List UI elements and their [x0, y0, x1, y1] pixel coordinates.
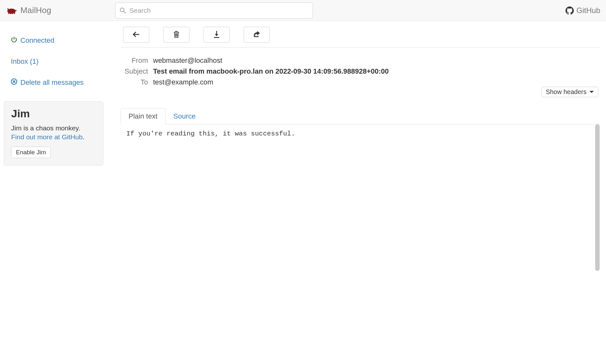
from-label: From — [121, 56, 148, 65]
main: From webmaster@localhost Subject Test em… — [118, 21, 606, 271]
navbar: MailHog GitHub — [0, 0, 606, 21]
svg-rect-2 — [10, 12, 11, 14]
share-icon — [253, 31, 260, 39]
svg-point-5 — [120, 8, 124, 12]
delete-button[interactable] — [163, 27, 189, 43]
arrow-left-icon — [133, 31, 140, 39]
download-button[interactable] — [203, 27, 230, 43]
svg-rect-4 — [14, 12, 15, 14]
subject-value: Test email from macbook-pro.lan on 2022-… — [153, 67, 389, 76]
enable-jim-button[interactable]: Enable Jim — [11, 147, 51, 158]
subject-label: Subject — [121, 67, 148, 76]
sidebar: Connected Inbox (1) Delete all messages … — [0, 21, 118, 271]
svg-line-6 — [124, 11, 126, 13]
power-icon — [11, 36, 17, 45]
inbox-label: Inbox (1) — [11, 57, 39, 65]
message-headers: From webmaster@localhost Subject Test em… — [121, 47, 600, 91]
message-tabs: Plain text Source — [121, 108, 600, 124]
jim-link-line: Find out more at GitHub. — [11, 133, 96, 141]
jim-link-suffix: . — [83, 133, 85, 141]
brand[interactable]: MailHog — [6, 5, 51, 15]
jim-title: Jim — [11, 107, 96, 120]
header-row-subject: Subject Test email from macbook-pro.lan … — [121, 66, 600, 77]
github-icon — [565, 6, 574, 15]
tab-source[interactable]: Source — [166, 108, 204, 124]
github-link[interactable]: GitHub — [565, 6, 600, 15]
release-button[interactable] — [244, 27, 270, 43]
show-headers-label: Show headers — [546, 88, 587, 96]
delete-circle-icon — [11, 78, 17, 87]
search-wrap — [115, 3, 313, 18]
content-wrap: Connected Inbox (1) Delete all messages … — [0, 21, 606, 271]
chevron-down-icon — [589, 88, 594, 96]
back-button[interactable] — [123, 27, 149, 43]
connection-label: Connected — [20, 36, 54, 45]
show-headers-button[interactable]: Show headers — [542, 87, 598, 97]
delete-all-label: Delete all messages — [20, 78, 84, 87]
header-row-to: To test@example.com — [121, 77, 600, 88]
from-value: webmaster@localhost — [153, 56, 222, 65]
github-label: GitHub — [576, 6, 600, 15]
pig-icon — [6, 7, 17, 14]
jim-panel: Jim Jim is a chaos monkey. Find out more… — [4, 101, 103, 165]
to-label: To — [121, 78, 148, 86]
message-toolbar — [121, 24, 600, 47]
svg-rect-3 — [12, 12, 13, 14]
message-body-text: If you're reading this, it was successfu… — [126, 130, 597, 137]
sidebar-item-inbox[interactable]: Inbox (1) — [11, 57, 112, 66]
scrollbar-thumb[interactable] — [595, 124, 600, 271]
to-value: test@example.com — [153, 78, 213, 86]
jim-desc: Jim is a chaos monkey. — [11, 124, 96, 132]
tab-plain-text[interactable]: Plain text — [121, 108, 166, 124]
svg-rect-1 — [8, 12, 9, 14]
sidebar-item-delete-all[interactable]: Delete all messages — [11, 78, 112, 87]
brand-text: MailHog — [20, 5, 51, 15]
trash-icon — [173, 31, 180, 39]
message-body-panel: If you're reading this, it was successfu… — [121, 124, 600, 271]
jim-github-link[interactable]: Find out more at GitHub — [11, 133, 83, 141]
scrollbar[interactable] — [595, 124, 600, 271]
nav-center — [115, 3, 566, 18]
header-row-from: From webmaster@localhost — [121, 55, 600, 66]
connection-status[interactable]: Connected — [11, 36, 112, 45]
download-icon — [213, 31, 220, 39]
search-input[interactable] — [115, 3, 313, 18]
